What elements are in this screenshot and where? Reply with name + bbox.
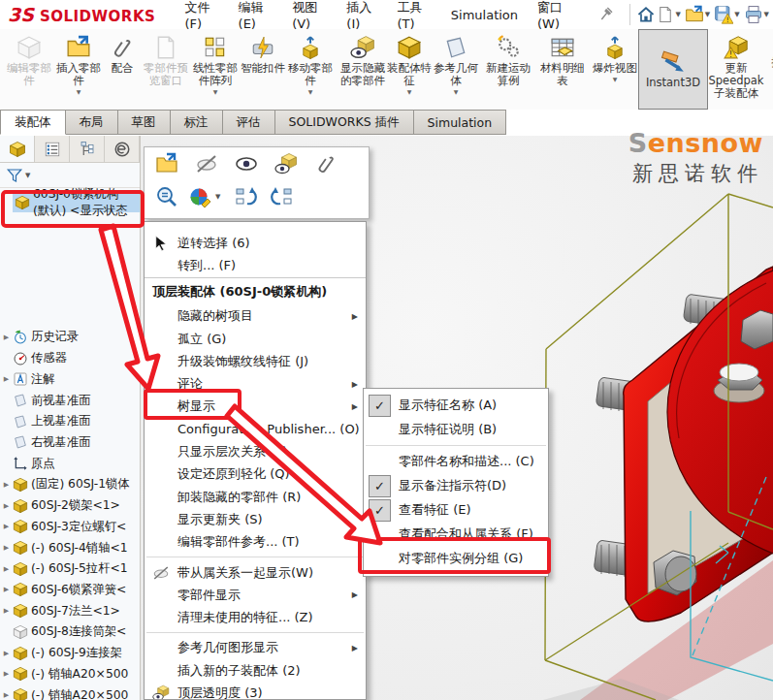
clipped-ribbon-button[interactable]: 排 [768,29,773,110]
menu-item-clean-unused-features[interactable]: 清理未使用的特征... (Z) [145,606,366,628]
mate-button[interactable]: 配合 [103,29,142,110]
dropdown-caret-icon[interactable]: ▼ [308,89,313,96]
expander-icon[interactable]: ▶ [0,670,13,678]
appearance-icon[interactable] [187,184,212,209]
menu-item-top-level-transparency[interactable]: 顶层透明度 (3) [145,682,366,700]
print-icon[interactable] [744,4,763,25]
save-caret-icon[interactable]: ▼ [734,11,739,18]
menu-item-upgrade-cosmetic-threads[interactable]: 升级装饰螺纹线特征 (J) [145,350,366,372]
tree-item-annotations[interactable]: ▶注解 [0,368,140,390]
tree-item-component[interactable]: ▶(-) 60SJ-9连接架 [0,643,140,664]
dropdown-caret-icon[interactable]: ▼ [213,89,218,96]
tree-item-right-plane[interactable]: 右视基准面 [0,432,140,454]
show-hidden-components-button[interactable]: 显示隐藏的零部件 [339,29,386,110]
menu-item-unload-hidden-components[interactable]: 卸装隐藏的零部件 (R) [145,486,366,508]
menu-item-invert-selection[interactable]: 逆转选择 (6) [145,232,366,254]
smart-fasteners-button[interactable]: 智能扣件 [241,29,285,110]
expander-icon[interactable]: ▶ [0,481,13,489]
menu-item-reference-geometry-display[interactable]: 参考几何图形显示▶ [145,637,366,659]
menu-item-show-update-holders[interactable]: 显示更新夹 (S) [145,508,366,530]
filter-caret-icon[interactable]: ▼ [25,172,30,179]
bill-of-materials-button[interactable]: 材料明细表 [537,29,588,110]
menu-item-component-display[interactable]: 零部件显示▶ [145,584,366,606]
menu-item-show-with-dependents[interactable]: 带从属关系一起显示(W) [145,561,366,584]
component-preview-window-button[interactable]: 零部件预览窗口 [142,29,190,110]
tree-root-item[interactable]: 60SJ-0锁紧机构 (默认) <显示状态 [0,190,140,214]
tab-evaluate[interactable]: 评估 [223,110,275,135]
menu-item-show-hierarchy-only[interactable]: 只显示层次关系 (P) [145,440,366,462]
dropdown-caret-icon[interactable]: ▼ [407,89,412,96]
filter-funnel-icon[interactable] [6,167,23,184]
menu-item-tree-display[interactable]: 树显示▶ [145,396,366,418]
new-document-icon[interactable] [656,4,674,25]
expander-icon[interactable]: ▶ [0,523,13,530]
tree-item-history[interactable]: ▶历史记录 [0,327,140,348]
appearance-caret-icon[interactable]: ▼ [215,193,220,201]
pin-menubar-icon[interactable] [598,6,614,24]
linear-component-pattern-button[interactable]: 线性零部件阵列▼ [190,29,241,110]
tree-item-component[interactable]: ▶60SJ-2锁架<1> [0,495,140,517]
dropdown-caret-icon[interactable]: ▼ [613,77,618,83]
tree-item-component[interactable]: ▶(-) 60SJ-4销轴<1 [0,537,140,558]
instant3d-button[interactable]: Instant3D [638,29,708,110]
show-with-dependents-icon[interactable] [274,151,299,176]
propertymanager-tab[interactable] [35,136,70,162]
tree-item-component[interactable]: ▶60SJ-6锁紧弹簧< [0,580,140,601]
tree-item-component[interactable]: ▶(固定) 60SJ-1锁体 [0,474,140,495]
open-in-context-icon[interactable] [154,151,179,176]
set-lightweight-icon[interactable] [234,184,259,209]
update-speedpak-button[interactable]: 更新 Speedpak 子装配体 [708,29,764,110]
new-document-caret-icon[interactable]: ▼ [675,11,680,18]
submenu-item-show-feature-names[interactable]: ✓ 显示特征名称 (A) [364,393,548,417]
tab-solidworks-addins[interactable]: SOLIDWORKS 插件 [275,110,414,135]
mate-icon[interactable] [313,151,338,176]
hide-icon[interactable] [194,151,219,176]
open-icon[interactable] [685,4,704,25]
tree-item-component-hidden[interactable]: 60SJ-8连接筒架< [0,621,140,643]
submenu-item-show-feature-descriptions[interactable]: 显示特征说明 (B) [364,417,548,441]
assembly-features-button[interactable]: 装配体特征▼ [386,29,433,110]
expander-icon[interactable]: ▶ [0,334,13,341]
menu-item-set-resolved-to-lightweight[interactable]: 设定还原到轻化 (Q) [145,463,366,486]
expander-icon[interactable]: ▶ [0,544,13,552]
featuremanager-tab[interactable] [0,136,35,162]
menu-item-comment[interactable]: 评论▶ [145,372,366,395]
edit-component-button[interactable]: 编辑零部件 [4,29,54,110]
submenu-item-view-features[interactable]: ✓ 查看特征 (E) [364,497,548,522]
expander-icon[interactable]: ▶ [0,607,13,615]
tree-item-component[interactable]: ▶60SJ-3定位螺钉< [0,516,140,537]
tree-item-component[interactable]: ▶60SJ-7法兰<1> [0,600,140,621]
submenu-item-show-comment-indicators[interactable]: ✓ 显示备注指示符(D) [364,473,548,497]
home-icon[interactable] [636,4,656,25]
menu-item-insert-new-subassembly[interactable]: 插入新的子装配体 (2) [145,659,366,682]
set-resolved-icon[interactable] [269,184,294,209]
submenu-item-view-mates-dependencies[interactable]: 查看配合和从属关系 (F) [364,522,548,546]
menu-item-configuration-publisher[interactable]: Configuration Publisher... (O) [145,418,366,440]
tree-filter[interactable]: ▼ [0,163,140,188]
tree-item-component[interactable]: ▶(-) 销轴A20×500 [0,684,140,700]
reference-geometry-button[interactable]: 参考几何体▼ [433,29,479,110]
menu-simulation[interactable]: Simulation [441,4,528,26]
new-motion-study-button[interactable]: 新建运动算例 [483,29,533,110]
print-caret-icon[interactable]: ▼ [764,11,769,18]
tab-simulation[interactable]: Simulation [414,110,507,135]
dropdown-caret-icon[interactable]: ▼ [454,89,459,96]
submenu-item-group-component-instances[interactable]: 对零部件实例分组 (G) [364,546,548,570]
dimxpert-tab[interactable] [105,136,140,162]
tree-item-origin[interactable]: 原点 [0,453,140,474]
expander-icon[interactable]: ▶ [0,375,13,383]
zoom-to-selection-icon[interactable] [154,184,179,209]
submenu-item-component-names-descriptions[interactable]: 零部件名称和描述... (C) [364,449,548,473]
expander-icon[interactable]: ▶ [0,691,13,699]
tab-assembly[interactable]: 装配体 [0,110,66,135]
save-icon[interactable] [714,4,733,25]
expander-icon[interactable]: ▶ [0,650,13,657]
exploded-view-button[interactable]: 爆炸视图▼ [592,29,638,110]
insert-components-button[interactable]: 插入零部件▼ [54,29,103,110]
configurationmanager-tab[interactable] [70,136,105,162]
move-component-button[interactable]: 移动零部件▼ [285,29,336,110]
tree-item-top-plane[interactable]: 上视基准面 [0,411,140,432]
tree-item-sensors[interactable]: 传感器 [0,348,140,369]
menu-item-edit-component-references[interactable]: 编辑零部件参考... (T) [145,531,366,554]
tab-markup[interactable]: 标注 [171,110,223,135]
